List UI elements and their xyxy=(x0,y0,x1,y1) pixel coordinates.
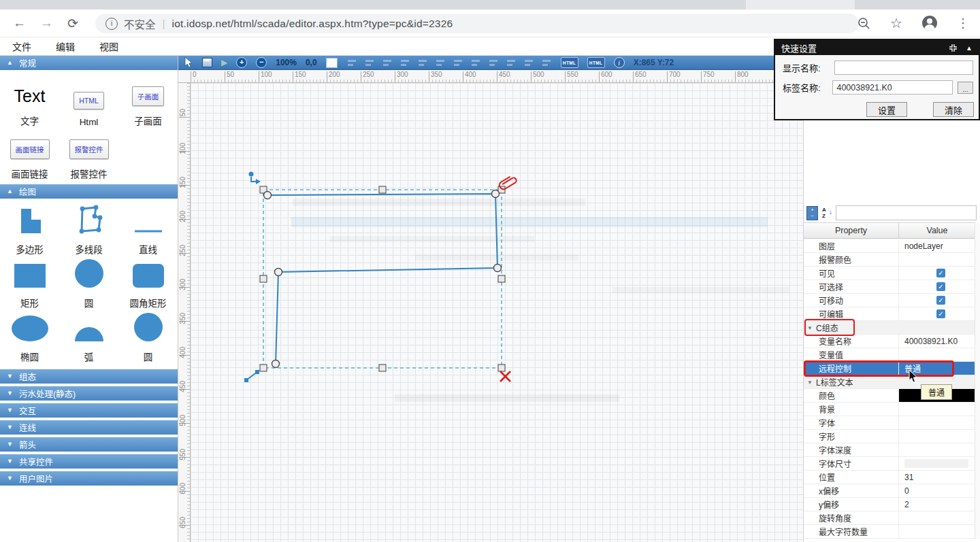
align-icon[interactable] xyxy=(382,58,393,67)
property-row[interactable]: 字体深度 xyxy=(804,443,975,457)
browser-refresh-button[interactable]: ⟳ xyxy=(67,10,78,37)
sidebar-section-2[interactable]: ▼组态 xyxy=(0,369,178,384)
property-value[interactable] xyxy=(899,511,975,524)
browser-forward-button[interactable]: → xyxy=(40,10,53,37)
align-icon[interactable] xyxy=(417,58,428,67)
property-row[interactable]: 可编辑✓ xyxy=(804,307,975,321)
align-icon[interactable] xyxy=(399,58,410,67)
property-value[interactable]: ✓ xyxy=(899,280,975,293)
palette-item-arc[interactable]: 弧 xyxy=(59,313,118,363)
browser-menu-icon[interactable]: ⋮ xyxy=(957,16,969,31)
sidebar-section-5[interactable]: ▼连线 xyxy=(0,420,178,435)
palette-item-rect[interactable]: 矩形 xyxy=(0,259,59,309)
sidebar-section-draw[interactable]: ▲ 绘图 xyxy=(0,184,178,199)
property-row[interactable]: 变量名称400038921.K0 xyxy=(804,335,975,348)
palette-item-text[interactable]: Text文字 xyxy=(0,78,59,127)
preview-html-button[interactable]: HTML xyxy=(587,57,605,68)
property-value[interactable] xyxy=(899,403,975,416)
sort-az-icon[interactable]: AZ↓ xyxy=(821,207,832,220)
palette-item-circle[interactable]: 圆 xyxy=(118,313,178,363)
sidebar-section-7[interactable]: ▼共享控件 xyxy=(0,454,178,469)
checkbox-checked-icon[interactable]: ✓ xyxy=(936,269,945,277)
palette-item-ellipse[interactable]: 椭圆 xyxy=(0,313,59,363)
property-value[interactable] xyxy=(899,457,975,470)
property-value[interactable] xyxy=(899,525,975,538)
property-value[interactable] xyxy=(899,443,975,456)
property-value[interactable] xyxy=(899,348,975,361)
zoom-out-button[interactable]: − xyxy=(256,57,267,68)
categorize-icon[interactable]: +− xyxy=(806,206,818,220)
property-row[interactable]: 字体 xyxy=(804,416,975,430)
palette-item-alarm-widget[interactable]: 报警控件报警控件 xyxy=(59,131,118,180)
property-row[interactable]: 字形 xyxy=(804,430,975,443)
menu-edit[interactable]: 编辑 xyxy=(56,39,75,53)
sidebar-section-general[interactable]: ▲ 常规 xyxy=(0,56,178,70)
align-icon[interactable] xyxy=(470,58,481,67)
pointer-tool-icon[interactable] xyxy=(184,57,193,68)
property-value[interactable] xyxy=(899,430,975,443)
menu-file[interactable]: 文件 xyxy=(12,39,31,53)
sidebar-section-3[interactable]: ▼污水处理(静态) xyxy=(0,386,178,401)
property-row[interactable]: 图层nodeLayer xyxy=(804,239,975,253)
checkbox-checked-icon[interactable]: ✓ xyxy=(936,309,945,318)
property-column-header[interactable]: Property xyxy=(804,223,899,238)
align-icon[interactable] xyxy=(506,58,517,67)
property-value[interactable]: 400038921.K0 xyxy=(899,335,975,348)
property-row[interactable]: y偏移2 xyxy=(804,498,975,511)
property-row[interactable]: C组态▼ xyxy=(804,321,975,335)
property-row[interactable]: 最大字符数量 xyxy=(804,525,975,539)
sidebar-section-6[interactable]: ▼箭头 xyxy=(0,437,178,452)
browse-tags-button[interactable]: ... xyxy=(958,82,973,94)
align-icon[interactable] xyxy=(523,58,534,67)
export-html-button[interactable]: HTML xyxy=(561,57,578,68)
property-value[interactable]: ✓ xyxy=(899,294,975,307)
palette-item-polygon[interactable]: 多边形 xyxy=(0,205,59,256)
palette-item-subscreen[interactable]: 子画面子画面 xyxy=(118,78,178,127)
property-value[interactable]: nodeLayer xyxy=(899,239,975,252)
info-icon[interactable]: i xyxy=(614,57,625,68)
align-icon[interactable] xyxy=(346,58,357,67)
dock-panel-icon[interactable] xyxy=(949,44,958,52)
address-bar[interactable]: i 不安全 | iot.idosp.net/html/scada/editor.… xyxy=(95,14,859,33)
selected-polyline-shape[interactable] xyxy=(191,83,803,542)
collapse-panel-icon[interactable]: ▲ xyxy=(966,44,973,52)
page-info-icon[interactable]: i xyxy=(105,18,118,30)
align-icon[interactable] xyxy=(453,58,463,67)
save-button[interactable] xyxy=(202,58,212,67)
property-row[interactable]: 旋转角度 xyxy=(804,511,975,525)
property-row[interactable]: 位置31 xyxy=(804,471,975,484)
set-button[interactable]: 设置 xyxy=(866,102,907,117)
property-filter-input[interactable] xyxy=(836,205,977,220)
palette-item-polyline[interactable]: 多线段 xyxy=(59,205,118,256)
property-row[interactable]: x偏移0 xyxy=(804,484,975,498)
align-icon[interactable] xyxy=(488,58,499,67)
sidebar-section-4[interactable]: ▼交互 xyxy=(0,403,178,418)
checkbox-checked-icon[interactable]: ✓ xyxy=(936,296,945,305)
align-icon[interactable] xyxy=(541,58,552,67)
value-column-header[interactable]: Value xyxy=(899,223,975,238)
quick-settings-header[interactable]: 快速设置 ▲ xyxy=(775,40,979,55)
tag-name-input[interactable] xyxy=(832,80,952,95)
expand-arrow-icon[interactable]: ▼ xyxy=(807,325,813,331)
clear-button[interactable]: 清除 xyxy=(933,102,974,117)
bookmark-star-icon[interactable]: ☆ xyxy=(890,15,902,31)
expand-arrow-icon[interactable]: ▼ xyxy=(807,379,813,386)
menu-view[interactable]: 视图 xyxy=(99,39,118,53)
palette-item-line[interactable]: 直线 xyxy=(118,205,178,256)
property-row[interactable]: 远程控制普通 xyxy=(804,362,975,375)
property-value[interactable]: ✓ xyxy=(899,307,975,320)
property-value[interactable]: 31 xyxy=(899,471,975,484)
palette-item-rounded-rect[interactable]: 圆角矩形 xyxy=(118,259,178,309)
palette-item-html[interactable]: HTMLHtml xyxy=(59,78,118,127)
property-row[interactable]: 背景 xyxy=(804,403,975,416)
property-scroll-gutter[interactable] xyxy=(975,222,980,539)
palette-item-circle[interactable]: 圆 xyxy=(59,259,118,309)
property-value[interactable]: 0 xyxy=(899,484,975,497)
align-icon[interactable] xyxy=(435,58,446,67)
browser-back-button[interactable]: ← xyxy=(13,10,26,37)
property-value[interactable]: 2 xyxy=(899,498,975,511)
checkbox-checked-icon[interactable]: ✓ xyxy=(936,282,945,291)
sidebar-section-8[interactable]: ▼用户图片 xyxy=(0,471,178,486)
property-value[interactable] xyxy=(899,416,975,429)
palette-item-screen-link[interactable]: 画面链接画面链接 xyxy=(0,131,59,180)
